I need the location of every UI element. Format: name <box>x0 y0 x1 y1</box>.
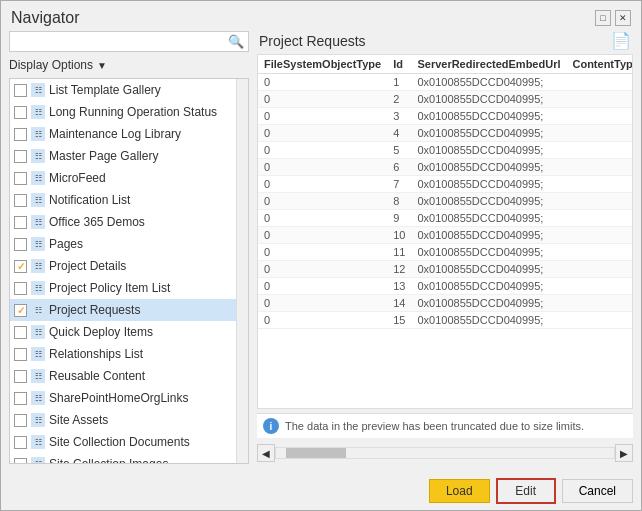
data-table: FileSystemObjectType Id ServerRedirected… <box>258 55 633 329</box>
nav-checkbox-project-details[interactable] <box>14 260 27 273</box>
window-title: Navigator <box>11 9 79 27</box>
nav-checkbox-master-page-gallery[interactable] <box>14 150 27 163</box>
search-icon: 🔍 <box>228 34 244 49</box>
table-row: 050x0100855DCCD040995; <box>258 142 633 159</box>
nav-checkbox-reusable-content[interactable] <box>14 370 27 383</box>
cell-11-0: 0 <box>258 261 387 278</box>
scroll-left-button[interactable]: ◀ <box>257 444 275 462</box>
table-row: 030x0100855DCCD040995; <box>258 108 633 125</box>
nav-icon-project-details: ☷ <box>31 259 45 273</box>
nav-icon-notification-list: ☷ <box>31 193 45 207</box>
nav-item-maintenance-log-library[interactable]: ☷Maintenance Log Library <box>10 123 248 145</box>
cell-12-3 <box>566 278 633 295</box>
nav-checkbox-site-assets[interactable] <box>14 414 27 427</box>
cell-4-0: 0 <box>258 142 387 159</box>
cell-14-2: 0x0100855DCCD040995; <box>411 312 566 329</box>
footer: Load Edit Cancel <box>1 472 641 510</box>
nav-item-project-requests[interactable]: ☷Project Requests <box>10 299 248 321</box>
nav-item-office-365-demos[interactable]: ☷Office 365 Demos <box>10 211 248 233</box>
nav-checkbox-pages[interactable] <box>14 238 27 251</box>
cancel-button[interactable]: Cancel <box>562 479 633 503</box>
nav-label-site-collection-documents: Site Collection Documents <box>49 435 190 449</box>
cell-3-1: 4 <box>387 125 411 142</box>
close-button[interactable]: ✕ <box>615 10 631 26</box>
cell-9-1: 10 <box>387 227 411 244</box>
load-button[interactable]: Load <box>429 479 490 503</box>
content-area: 🔍 Display Options ▼ ☷List Template Galle… <box>1 31 641 472</box>
nav-label-sharepoint-home-org-links: SharePointHomeOrgLinks <box>49 391 188 405</box>
nav-label-quick-deploy-items: Quick Deploy Items <box>49 325 153 339</box>
cell-11-3 <box>566 261 633 278</box>
cell-6-0: 0 <box>258 176 387 193</box>
nav-label-project-policy-item-list: Project Policy Item List <box>49 281 170 295</box>
edit-button[interactable]: Edit <box>496 478 556 504</box>
nav-item-site-assets[interactable]: ☷Site Assets <box>10 409 248 431</box>
nav-item-list-template-gallery[interactable]: ☷List Template Gallery <box>10 79 248 101</box>
scroll-right-button[interactable]: ▶ <box>615 444 633 462</box>
cell-7-0: 0 <box>258 193 387 210</box>
table-row: 0120x0100855DCCD040995; <box>258 261 633 278</box>
nav-checkbox-maintenance-log-library[interactable] <box>14 128 27 141</box>
nav-icon-master-page-gallery: ☷ <box>31 149 45 163</box>
cell-1-0: 0 <box>258 91 387 108</box>
nav-item-quick-deploy-items[interactable]: ☷Quick Deploy Items <box>10 321 248 343</box>
nav-item-project-policy-item-list[interactable]: ☷Project Policy Item List <box>10 277 248 299</box>
cell-7-2: 0x0100855DCCD040995; <box>411 193 566 210</box>
nav-checkbox-long-running-operation-status[interactable] <box>14 106 27 119</box>
cell-3-0: 0 <box>258 125 387 142</box>
nav-checkbox-site-collection-documents[interactable] <box>14 436 27 449</box>
nav-checkbox-microfeed[interactable] <box>14 172 27 185</box>
panel-title: Project Requests <box>259 33 366 49</box>
table-row: 090x0100855DCCD040995; <box>258 210 633 227</box>
h-scroll-thumb[interactable] <box>286 448 346 458</box>
nav-item-reusable-content[interactable]: ☷Reusable Content <box>10 365 248 387</box>
nav-item-site-collection-documents[interactable]: ☷Site Collection Documents <box>10 431 248 453</box>
cell-12-1: 13 <box>387 278 411 295</box>
nav-checkbox-office-365-demos[interactable] <box>14 216 27 229</box>
nav-checkbox-project-requests[interactable] <box>14 304 27 317</box>
table-row: 010x0100855DCCD040995; <box>258 74 633 91</box>
nav-icon-relationships-list: ☷ <box>31 347 45 361</box>
nav-label-microfeed: MicroFeed <box>49 171 106 185</box>
nav-icon-project-policy-item-list: ☷ <box>31 281 45 295</box>
table-row: 0100x0100855DCCD040995; <box>258 227 633 244</box>
nav-item-microfeed[interactable]: ☷MicroFeed <box>10 167 248 189</box>
nav-checkbox-list-template-gallery[interactable] <box>14 84 27 97</box>
cell-10-0: 0 <box>258 244 387 261</box>
nav-icon-list-template-gallery: ☷ <box>31 83 45 97</box>
scrollbar-track[interactable] <box>236 79 248 463</box>
nav-label-project-requests: Project Requests <box>49 303 140 317</box>
nav-checkbox-relationships-list[interactable] <box>14 348 27 361</box>
display-options[interactable]: Display Options ▼ <box>9 56 249 74</box>
h-scroll-track[interactable] <box>275 447 615 459</box>
search-box[interactable]: 🔍 <box>9 31 249 52</box>
nav-item-pages[interactable]: ☷Pages <box>10 233 248 255</box>
nav-checkbox-quick-deploy-items[interactable] <box>14 326 27 339</box>
search-input[interactable] <box>14 35 228 49</box>
nav-item-long-running-operation-status[interactable]: ☷Long Running Operation Status <box>10 101 248 123</box>
cell-0-2: 0x0100855DCCD040995; <box>411 74 566 91</box>
nav-item-notification-list[interactable]: ☷Notification List <box>10 189 248 211</box>
cell-11-1: 12 <box>387 261 411 278</box>
nav-item-site-collection-images[interactable]: ☷Site Collection Images <box>10 453 248 464</box>
cell-4-1: 5 <box>387 142 411 159</box>
minimize-button[interactable]: □ <box>595 10 611 26</box>
nav-checkbox-notification-list[interactable] <box>14 194 27 207</box>
cell-0-0: 0 <box>258 74 387 91</box>
nav-item-project-details[interactable]: ☷Project Details <box>10 255 248 277</box>
nav-checkbox-site-collection-images[interactable] <box>14 458 27 465</box>
nav-checkbox-project-policy-item-list[interactable] <box>14 282 27 295</box>
nav-item-sharepoint-home-org-links[interactable]: ☷SharePointHomeOrgLinks <box>10 387 248 409</box>
table-row: 0110x0100855DCCD040995; <box>258 244 633 261</box>
cell-10-1: 11 <box>387 244 411 261</box>
nav-item-relationships-list[interactable]: ☷Relationships List <box>10 343 248 365</box>
cell-5-0: 0 <box>258 159 387 176</box>
nav-checkbox-sharepoint-home-org-links[interactable] <box>14 392 27 405</box>
cell-7-1: 8 <box>387 193 411 210</box>
nav-list-container: ☷List Template Gallery☷Long Running Oper… <box>9 78 249 464</box>
nav-item-master-page-gallery[interactable]: ☷Master Page Gallery <box>10 145 248 167</box>
table-row: 0140x0100855DCCD040995; <box>258 295 633 312</box>
cell-14-3 <box>566 312 633 329</box>
nav-icon-long-running-operation-status: ☷ <box>31 105 45 119</box>
nav-label-site-collection-images: Site Collection Images <box>49 457 168 464</box>
